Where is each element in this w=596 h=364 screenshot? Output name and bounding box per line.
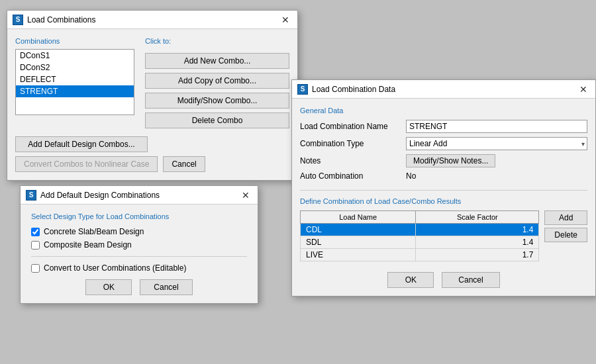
modify-show-combo-button[interactable]: Modify/Show Combo... — [145, 93, 289, 109]
lcd-footer: OK Cancel — [300, 272, 587, 288]
addc-content: Select Design Type for Load Combinations… — [21, 205, 258, 303]
addc-buttons: OK Cancel — [31, 279, 247, 295]
app-icon-addc: S — [26, 190, 36, 201]
composite-beam-checkbox[interactable] — [31, 241, 40, 250]
addc-separator — [31, 256, 247, 257]
app-icon-lcd: S — [297, 84, 308, 95]
general-data-section: General Data Load Combination Name Combi… — [300, 107, 587, 181]
lcd-cancel-button[interactable]: Cancel — [442, 272, 499, 288]
titlebar-left: S Load Combinations — [13, 15, 95, 25]
combo-table-container: Load Name Scale Factor CDL 1.4 SDL 1.4 L… — [300, 210, 587, 261]
lc-main: Combinations DConS1 DConS2 DEFLECT STREN… — [15, 37, 289, 128]
lc-bottom: Add Default Design Combos... Convert Com… — [15, 136, 289, 172]
field-label-type: Combination Type — [300, 139, 406, 148]
add-default-window: S Add Default Design Combinations ✕ Sele… — [20, 185, 258, 304]
lc-bottom-row: Convert Combos to Nonlinear Case Cancel — [15, 156, 205, 172]
field-value-name — [406, 120, 587, 133]
table-buttons: Add Delete — [544, 210, 587, 261]
addc-ok-button[interactable]: OK — [85, 279, 132, 295]
lcd-window: S Load Combination Data ✕ General Data L… — [291, 79, 596, 296]
add-copy-combo-button[interactable]: Add Copy of Combo... — [145, 73, 289, 89]
add-row-button[interactable]: Add — [544, 210, 587, 225]
field-value-type: Linear Add Envelope Absolute SRSS Range … — [406, 137, 587, 150]
field-label-notes: Notes — [300, 156, 406, 165]
lcd-close-button[interactable]: ✕ — [577, 83, 590, 96]
field-value-auto: No — [406, 171, 587, 181]
add-new-combo-button[interactable]: Add New Combo... — [145, 53, 289, 69]
convert-user-combos-checkbox[interactable] — [31, 264, 40, 273]
field-label-name: Load Combination Name — [300, 122, 406, 131]
convert-combos-button[interactable]: Convert Combos to Nonlinear Case — [15, 156, 158, 172]
app-icon-lc: S — [13, 15, 23, 25]
concrete-slab-label: Concrete Slab/Beam Design — [44, 227, 144, 236]
field-row-auto: Auto Combination No — [300, 171, 587, 181]
list-item[interactable]: DConS1 — [16, 50, 134, 62]
field-row-type: Combination Type Linear Add Envelope Abs… — [300, 137, 587, 150]
load-combinations-window: S Load Combinations ✕ Combinations DConS… — [7, 10, 298, 181]
modify-show-notes-button[interactable]: Modify/Show Notes... — [406, 154, 495, 167]
add-default-design-combos-button[interactable]: Add Default Design Combos... — [15, 136, 148, 152]
define-combo-title: Define Combination of Load Case/Combo Re… — [300, 197, 587, 205]
lc-left: Combinations DConS1 DConS2 DEFLECT STREN… — [15, 37, 134, 128]
addc-close-button[interactable]: ✕ — [239, 189, 252, 202]
lc-right: Click to: Add New Combo... Add Copy of C… — [145, 37, 289, 128]
combo-list[interactable]: DConS1 DConS2 DEFLECT STRENGT — [15, 49, 134, 115]
table-row[interactable]: CDL 1.4 — [301, 224, 539, 236]
load-combinations-titlebar: S Load Combinations ✕ — [7, 11, 297, 29]
lc-close-button[interactable]: ✕ — [279, 13, 292, 26]
table-cell-load-name: LIVE — [301, 249, 416, 261]
lc-content: Combinations DConS1 DConS2 DEFLECT STREN… — [7, 29, 297, 180]
titlebar-left: S Add Default Design Combinations — [26, 190, 160, 201]
list-item[interactable]: DConS2 — [16, 62, 134, 73]
lcd-content: General Data Load Combination Name Combi… — [292, 99, 595, 296]
field-value-notes: Modify/Show Notes... — [406, 154, 587, 167]
checkbox-row-2: Composite Beam Design — [31, 240, 247, 250]
lc-window-title: Load Combinations — [27, 15, 95, 24]
auto-combination-value: No — [406, 171, 416, 181]
field-label-auto: Auto Combination — [300, 171, 406, 181]
table-cell-scale-factor: 1.4 — [416, 224, 539, 236]
combination-type-select[interactable]: Linear Add Envelope Absolute SRSS Range — [406, 137, 587, 150]
click-to-label: Click to: — [145, 37, 289, 45]
addc-window-title: Add Default Design Combinations — [40, 191, 160, 200]
composite-beam-label: Composite Beam Design — [44, 240, 132, 250]
add-default-titlebar: S Add Default Design Combinations ✕ — [21, 186, 258, 205]
convert-checkbox-row: Convert to User Combinations (Editable) — [31, 263, 247, 273]
table-cell-scale-factor: 1.4 — [416, 236, 539, 249]
lcd-ok-button[interactable]: OK — [387, 272, 434, 288]
list-item-selected[interactable]: STRENGT — [16, 85, 134, 97]
field-row-name: Load Combination Name — [300, 120, 587, 133]
col-header-scale-factor: Scale Factor — [416, 211, 539, 224]
lcd-window-title: Load Combination Data — [312, 85, 395, 94]
general-data-title: General Data — [300, 107, 587, 114]
addc-select-label: Select Design Type for Load Combinations — [31, 212, 247, 220]
table-row[interactable]: LIVE 1.7 — [301, 249, 539, 261]
checkbox-row-1: Concrete Slab/Beam Design — [31, 227, 247, 236]
addc-cancel-button[interactable]: Cancel — [140, 279, 192, 295]
combo-table: Load Name Scale Factor CDL 1.4 SDL 1.4 L… — [300, 210, 539, 261]
combo-type-container: Linear Add Envelope Absolute SRSS Range … — [406, 137, 587, 150]
field-row-notes: Notes Modify/Show Notes... — [300, 154, 587, 167]
lc-cancel-button[interactable]: Cancel — [163, 156, 205, 172]
concrete-slab-checkbox[interactable] — [31, 228, 40, 236]
table-cell-scale-factor: 1.7 — [416, 249, 539, 261]
convert-user-combos-label: Convert to User Combinations (Editable) — [44, 263, 186, 273]
combos-label: Combinations — [15, 37, 134, 45]
list-item[interactable]: DEFLECT — [16, 73, 134, 85]
lcd-separator — [300, 190, 587, 191]
lcd-titlebar: S Load Combination Data ✕ — [292, 80, 595, 99]
col-header-load-name: Load Name — [301, 211, 416, 224]
delete-combo-button[interactable]: Delete Combo — [145, 113, 289, 128]
table-cell-load-name: SDL — [301, 236, 416, 249]
table-row[interactable]: SDL 1.4 — [301, 236, 539, 249]
load-combination-name-input[interactable] — [406, 120, 587, 133]
titlebar-left: S Load Combination Data — [297, 84, 395, 95]
delete-row-button[interactable]: Delete — [544, 228, 587, 242]
table-cell-load-name: CDL — [301, 224, 416, 236]
